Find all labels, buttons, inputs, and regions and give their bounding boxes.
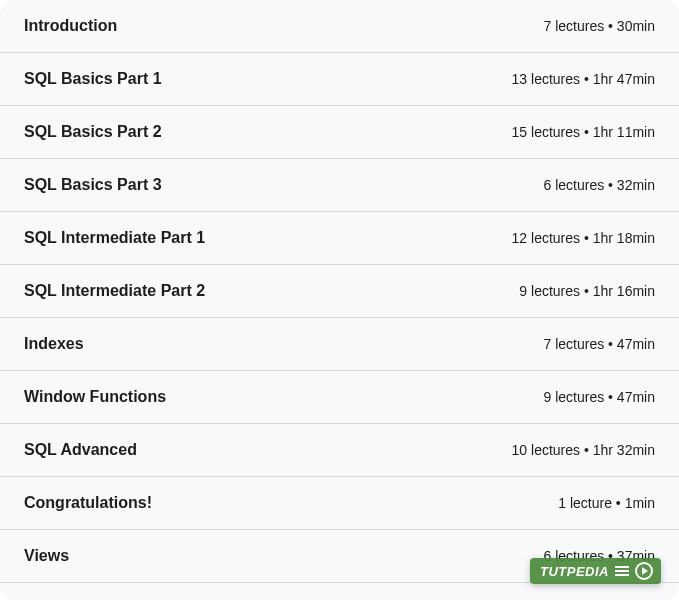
section-row[interactable]: Indexes 7 lectures • 47min — [0, 318, 679, 371]
speed-lines-icon — [615, 566, 629, 576]
section-meta: 12 lectures • 1hr 18min — [512, 230, 655, 246]
section-title: SQL Basics Part 1 — [24, 70, 162, 88]
watermark-text: TUTPEDIA — [540, 564, 609, 579]
section-meta: 9 lectures • 1hr 16min — [519, 283, 655, 299]
section-meta: 6 lectures • 32min — [543, 177, 655, 193]
section-title: SQL Intermediate Part 2 — [24, 282, 205, 300]
section-row[interactable]: SQL Basics Part 1 13 lectures • 1hr 47mi… — [0, 53, 679, 106]
section-title: Indexes — [24, 335, 84, 353]
section-meta: 7 lectures • 47min — [543, 336, 655, 352]
section-row[interactable]: Introduction 7 lectures • 30min — [0, 0, 679, 53]
section-title: Introduction — [24, 17, 117, 35]
section-meta: 1 lecture • 1min — [558, 495, 655, 511]
section-row[interactable]: Congratulations! 1 lecture • 1min — [0, 477, 679, 530]
section-meta: 13 lectures • 1hr 47min — [512, 71, 655, 87]
course-sections-list: Introduction 7 lectures • 30min SQL Basi… — [0, 0, 679, 600]
section-title: Window Functions — [24, 388, 166, 406]
section-row[interactable]: SQL Advanced 10 lectures • 1hr 32min — [0, 424, 679, 477]
section-row[interactable]: SQL Basics Part 2 15 lectures • 1hr 11mi… — [0, 106, 679, 159]
section-row[interactable]: SQL Intermediate Part 2 9 lectures • 1hr… — [0, 265, 679, 318]
watermark-badge: TUTPEDIA — [530, 558, 661, 584]
section-meta: 9 lectures • 47min — [543, 389, 655, 405]
section-row[interactable]: Window Functions 9 lectures • 47min — [0, 371, 679, 424]
section-title: SQL Basics Part 2 — [24, 123, 162, 141]
section-row[interactable]: SQL Basics Part 3 6 lectures • 32min — [0, 159, 679, 212]
section-title: SQL Basics Part 3 — [24, 176, 162, 194]
section-title: Congratulations! — [24, 494, 152, 512]
section-meta: 15 lectures • 1hr 11min — [512, 124, 655, 140]
section-meta: 7 lectures • 30min — [543, 18, 655, 34]
section-meta: 10 lectures • 1hr 32min — [512, 442, 655, 458]
section-row[interactable]: SQL Intermediate Part 1 12 lectures • 1h… — [0, 212, 679, 265]
play-icon — [635, 562, 653, 580]
section-title: SQL Intermediate Part 1 — [24, 229, 205, 247]
section-title: Views — [24, 547, 69, 565]
section-title: SQL Advanced — [24, 441, 137, 459]
